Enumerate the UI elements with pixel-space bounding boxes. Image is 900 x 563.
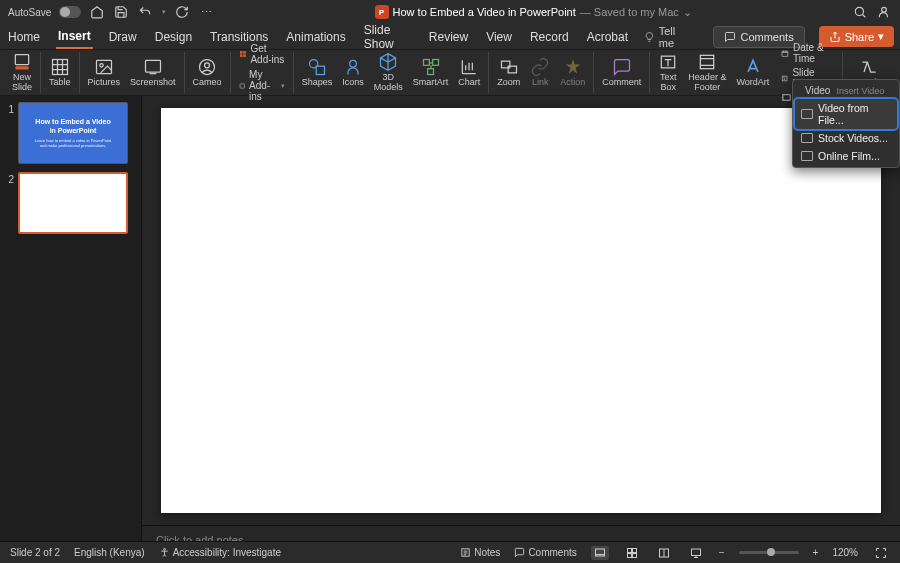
tab-review[interactable]: Review [427,26,470,48]
chart-button[interactable]: Chart [454,52,484,93]
zoom-level[interactable]: 120% [832,547,858,558]
svg-rect-19 [432,60,438,66]
bulb-icon [644,30,655,44]
home-icon[interactable] [89,4,105,20]
slide-viewport[interactable] [142,96,900,525]
svg-rect-18 [423,60,429,66]
svg-rect-4 [52,60,67,75]
reading-view-button[interactable] [655,546,673,560]
link-icon [530,57,550,77]
myaddins-icon [239,80,245,92]
svg-rect-24 [701,55,714,68]
icons-icon [343,57,363,77]
tab-animations[interactable]: Animations [284,26,347,48]
video-dropdown-menu: Video Insert Video Video from File... St… [792,79,900,168]
accessibility-button[interactable]: Accessibility: Investigate [159,547,281,558]
tab-record[interactable]: Record [528,26,571,48]
svg-rect-14 [240,83,244,87]
zoom-slider[interactable] [739,551,799,554]
datetime-icon [781,48,789,59]
main-area: 1 How to Embed a Video in PowerPoint Lea… [0,96,900,541]
header-footer-icon [697,52,717,72]
document-title-area: P How to Embed a Video in PowerPoint — S… [222,5,844,19]
search-icon[interactable] [852,4,868,20]
slideshow-view-button[interactable] [687,546,705,560]
svg-point-0 [855,7,863,15]
wordart-button[interactable]: WordArt [732,52,773,93]
save-icon[interactable] [113,4,129,20]
smartart-icon [421,57,441,77]
shapes-icon [307,57,327,77]
title-chevron-icon[interactable]: ⌄ [683,6,692,19]
header-footer-button[interactable]: Header & Footer [684,52,730,93]
zoom-button[interactable]: Zoom [493,52,524,93]
my-addins-button[interactable]: My Add-ins▾ [235,68,289,103]
language-button[interactable]: English (Kenya) [74,547,145,558]
textbox-button[interactable]: Text Box [654,52,682,93]
normal-view-button[interactable] [591,546,609,560]
tell-me-label: Tell me [659,25,686,49]
svg-rect-2 [15,55,28,65]
notes-toggle[interactable]: Notes [460,547,500,558]
svg-rect-16 [316,66,324,74]
zoom-out-button[interactable]: − [719,547,725,558]
slide-thumbnail-2[interactable] [18,172,128,234]
slide-counter[interactable]: Slide 2 of 2 [10,547,60,558]
user-icon[interactable] [876,4,892,20]
get-addins-button[interactable]: Get Add-ins [235,42,289,66]
symbol-icon [896,57,900,77]
svg-rect-12 [240,54,243,57]
svg-point-9 [205,63,210,68]
smartart-button[interactable]: SmartArt [409,52,453,93]
slide-thumbnail-1[interactable]: How to Embed a Video in PowerPoint Learn… [18,102,128,164]
new-slide-button[interactable]: New Slide [8,52,36,93]
zoom-in-button[interactable]: + [813,547,819,558]
share-chevron-icon: ▾ [878,30,884,43]
screenshot-button[interactable]: Screenshot [126,52,180,93]
tell-me[interactable]: Tell me [644,25,685,49]
comments-toggle[interactable]: Comments [514,547,576,558]
tab-acrobat[interactable]: Acrobat [585,26,630,48]
undo-icon[interactable] [137,4,153,20]
comment-button[interactable]: Comment [598,52,645,93]
shapes-button[interactable]: Shapes [298,52,337,93]
pictures-button[interactable]: Pictures [84,52,125,93]
tab-insert[interactable]: Insert [56,25,93,49]
autosave-label: AutoSave [8,7,51,18]
svg-rect-32 [627,548,631,552]
redo-icon[interactable] [174,4,190,20]
action-button[interactable]: Action [556,52,589,93]
svg-rect-11 [243,51,246,54]
share-label: Share [845,31,874,43]
more-icon[interactable]: ⋯ [198,4,214,20]
comment-icon [612,57,632,77]
datetime-button[interactable]: Date & Time [777,41,836,65]
3d-models-button[interactable]: 3D Models [370,52,407,93]
fit-button[interactable] [872,546,890,560]
online-film-item[interactable]: Online Film... [795,147,897,165]
table-button[interactable]: Table [45,52,75,93]
icons-button[interactable]: Icons [338,52,368,93]
comments-icon [514,547,525,558]
notes-pane[interactable]: Click to add notes [142,525,900,541]
cameo-icon [197,57,217,77]
svg-rect-33 [632,548,636,552]
stock-videos-item[interactable]: Stock Videos... [795,129,897,147]
tab-design[interactable]: Design [153,26,194,48]
sorter-view-button[interactable] [623,546,641,560]
video-menu-header: Video Insert Video [795,82,897,99]
svg-rect-37 [691,549,700,556]
tab-draw[interactable]: Draw [107,26,139,48]
autosave-toggle[interactable] [59,6,81,18]
svg-rect-7 [145,60,160,72]
cameo-button[interactable]: Cameo [189,52,226,93]
undo-dropdown-icon[interactable]: ▾ [162,8,166,16]
svg-rect-5 [96,60,111,73]
svg-point-1 [882,7,887,12]
tab-view[interactable]: View [484,26,514,48]
tab-home[interactable]: Home [6,26,42,48]
slide-canvas[interactable] [161,108,881,513]
ribbon-insert: New Slide Table Pictures Screenshot Came… [0,50,900,96]
video-from-file-item[interactable]: Video from File... [795,99,897,129]
link-button[interactable]: Link [526,52,554,93]
